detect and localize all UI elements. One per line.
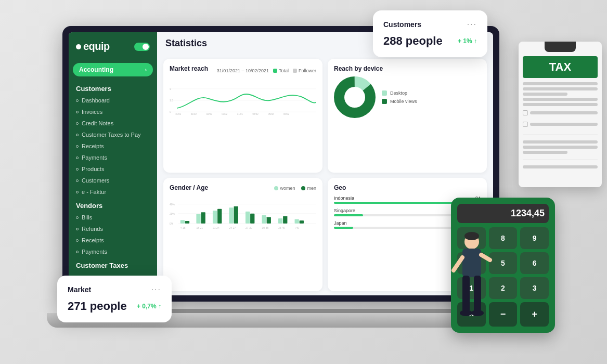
- market-card-value: 271 people: [68, 300, 127, 313]
- dot-icon: [76, 122, 79, 125]
- clipboard-line: [523, 93, 567, 96]
- desktop-dot: [382, 90, 387, 96]
- customers-card: Customers ··· 288 people + 1% ↑: [373, 10, 487, 57]
- svg-text:35-40: 35-40: [278, 226, 285, 229]
- svg-text:18-21: 18-21: [196, 226, 203, 229]
- logo-dot: [76, 44, 81, 49]
- market-card-header: Market ···: [68, 285, 161, 294]
- svg-text:< 18: < 18: [180, 226, 186, 229]
- sidebar-item-credit-notes[interactable]: Credit Notes: [69, 118, 157, 129]
- clipboard-line: [523, 82, 598, 85]
- customers-card-bottom: 288 people + 1% ↑: [383, 34, 477, 48]
- svg-rect-37: [278, 218, 282, 223]
- calc-btn-2[interactable]: 2: [489, 277, 518, 299]
- legend-total-dot: [273, 69, 277, 73]
- customers-card-value: 288 people: [383, 34, 443, 48]
- svg-text:27-30: 27-30: [246, 226, 252, 229]
- svg-text:24-27: 24-27: [229, 226, 236, 229]
- sidebar-section-customers: Customers: [69, 81, 157, 95]
- checkbox-row: [523, 122, 598, 127]
- svg-text:86%: 86%: [348, 94, 361, 101]
- dot-icon: [76, 99, 79, 102]
- screen: equip Accounting › Customers: [69, 32, 493, 295]
- women-dot: [274, 186, 278, 190]
- sidebar-item-vendor-receipts[interactable]: Receipts: [69, 235, 157, 246]
- calc-btn-8[interactable]: 8: [489, 227, 518, 249]
- sidebar-item-payments[interactable]: Payments: [69, 152, 157, 163]
- calc-btn-6[interactable]: 6: [520, 252, 549, 274]
- person-illustration: [451, 229, 493, 333]
- customers-card-title: Customers: [383, 20, 421, 29]
- svg-rect-36: [267, 217, 271, 223]
- clipboard-line: [523, 151, 567, 154]
- sidebar-item-products[interactable]: Products: [69, 163, 157, 175]
- sidebar-item-invoices[interactable]: Invoices: [69, 106, 157, 118]
- svg-rect-30: [217, 209, 222, 223]
- sidebar-logo: equip: [69, 32, 157, 61]
- svg-text:30-35: 30-35: [262, 226, 268, 229]
- dot-icon: [76, 251, 79, 253]
- dot-icon: [76, 111, 79, 113]
- sidebar-item-refunds[interactable]: Refunds: [69, 223, 157, 235]
- calc-btn-minus[interactable]: −: [489, 302, 518, 327]
- legend-follower-dot: [293, 69, 297, 73]
- svg-text:03/02: 03/02: [222, 113, 228, 115]
- toggle-knob: [143, 44, 149, 50]
- legend-women: women: [274, 186, 295, 191]
- gender-age-header: Gender / Age women men: [170, 184, 316, 196]
- toggle-switch[interactable]: [134, 43, 150, 51]
- line-chart-svg: 3 1.5 0 31/01 01/02 02/02 03/02: [170, 80, 316, 121]
- sidebar-nav: Customers Dashboard Invoices Credit Note…: [69, 79, 157, 295]
- bar-chart-container: 40% 20% 0%: [170, 199, 316, 240]
- sidebar-item-customer-taxes[interactable]: Customer Taxes to Pay: [69, 129, 157, 140]
- dashboard: Market reach 31/01/2021 – 10/02/2021 Tot…: [157, 55, 493, 295]
- svg-text:21-24: 21-24: [213, 226, 219, 229]
- customers-card-menu[interactable]: ···: [467, 20, 477, 29]
- donut-chart-area: 86% Desktop: [334, 76, 481, 118]
- dot-icon: [76, 168, 79, 171]
- market-card-menu[interactable]: ···: [151, 285, 161, 294]
- svg-rect-51: [462, 249, 481, 277]
- calc-btn-9[interactable]: 9: [520, 227, 549, 249]
- legend-follower: Follower: [293, 68, 316, 73]
- calc-btn-3[interactable]: 3: [520, 277, 549, 299]
- svg-text:01/02: 01/02: [191, 113, 197, 115]
- calc-btn-plus[interactable]: +: [520, 302, 549, 327]
- market-reach-card: Market reach 31/01/2021 – 10/02/2021 Tot…: [163, 59, 322, 173]
- sidebar-item-customers[interactable]: Customers: [69, 175, 157, 186]
- svg-text:20%: 20%: [170, 213, 175, 215]
- market-card-title: Market: [68, 285, 91, 294]
- sidebar-item-bills[interactable]: Bills: [69, 212, 157, 223]
- dot-icon: [76, 179, 79, 182]
- svg-rect-39: [295, 219, 299, 223]
- clipboard-line: [523, 146, 598, 149]
- sidebar-item-e-faktur[interactable]: e - Faktur: [69, 186, 157, 198]
- svg-rect-29: [213, 210, 217, 223]
- svg-rect-27: [196, 214, 200, 223]
- clipboard-line: [523, 98, 598, 101]
- svg-text:31/01: 31/01: [175, 113, 182, 115]
- sidebar-section-customer-taxes: Customer Taxes: [69, 257, 157, 271]
- calc-btn-5[interactable]: 5: [489, 252, 518, 274]
- market-reach-chart: 3 1.5 0 31/01 01/02 02/02 03/02: [170, 80, 316, 121]
- svg-text:0%: 0%: [170, 223, 174, 225]
- svg-point-57: [471, 310, 484, 316]
- svg-text:02/02: 02/02: [206, 113, 213, 115]
- svg-rect-33: [246, 211, 250, 223]
- svg-text:04/02: 04/02: [253, 113, 259, 115]
- accounting-button[interactable]: Accounting ›: [73, 63, 153, 76]
- geo-bar-fill: [334, 227, 353, 229]
- sidebar-item-vendor-payments[interactable]: Payments: [69, 246, 157, 257]
- svg-point-56: [460, 310, 472, 316]
- sidebar-item-receipts[interactable]: Receipts: [69, 140, 157, 152]
- svg-text:0: 0: [170, 110, 171, 113]
- clipboard-line: [523, 165, 598, 168]
- market-reach-title: Market reach: [170, 65, 208, 72]
- logo-text: equip: [83, 41, 110, 53]
- sidebar: equip Accounting › Customers: [69, 32, 157, 295]
- market-card: Market ··· 271 people + 0,7% ↑: [57, 276, 172, 322]
- dot-icon: [76, 228, 79, 230]
- svg-text:31/01: 31/01: [237, 113, 243, 115]
- sidebar-item-dashboard[interactable]: Dashboard: [69, 95, 157, 106]
- legend-men: men: [301, 186, 316, 191]
